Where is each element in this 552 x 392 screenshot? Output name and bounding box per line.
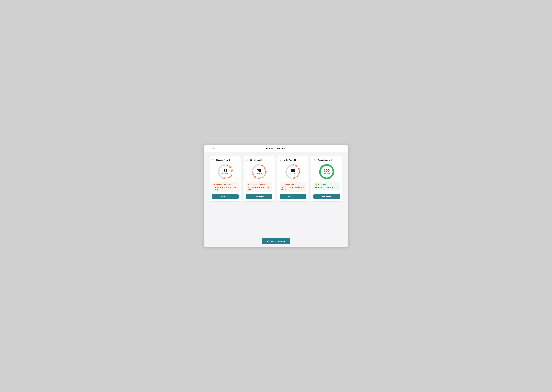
svg-rect-11: [246, 160, 247, 161]
score-label: Total score: [256, 173, 262, 175]
alert-text: Tip: Make sure you compress deep enough: [281, 186, 305, 191]
alert-title: ⬇ Compression depth: [214, 183, 237, 186]
back-label: Training: [209, 147, 216, 150]
manikin-icon: [212, 159, 215, 161]
switch-btn-label: Switch training: [270, 240, 285, 243]
svg-point-1: [212, 159, 213, 160]
card-header: Little Anne 03: [246, 159, 272, 161]
see-details-button[interactable]: See details: [246, 194, 272, 199]
footer: ⏱ Switch training: [204, 236, 348, 247]
score-value: 55: [223, 169, 227, 173]
card-littleanne05: Little Anne 05: [277, 156, 308, 202]
card-header: ResusciAnne 1: [212, 159, 238, 161]
cards-row: ResusciAnne 1: [208, 156, 344, 202]
card-name: Little Anne 05: [284, 159, 296, 161]
card-name: ResusciAnne 1: [216, 159, 230, 161]
main-content: ResusciAnne 1: [204, 152, 348, 236]
alert-box: ⬇ Compression depth Tip: Make sure you c…: [246, 182, 272, 192]
card-name: Little Anne 03: [250, 159, 262, 161]
card-header: Resusci Anne 4: [314, 159, 340, 161]
chevron-left-icon: ‹: [207, 147, 208, 150]
svg-rect-29: [314, 160, 314, 161]
score-value: 100: [324, 169, 329, 173]
donut-chart: 75 Total score: [251, 163, 267, 180]
see-details-button[interactable]: See details: [280, 194, 306, 199]
page-title: Results overview: [266, 147, 286, 150]
card-header: Little Anne 05: [280, 159, 306, 161]
alert-box: 🙂 Good job! Your performance was great: [314, 182, 340, 190]
see-details-button[interactable]: See details: [212, 194, 238, 199]
alert-title: ⬇ Compression depth: [247, 183, 271, 186]
svg-rect-20: [280, 160, 281, 161]
alert-text: Your performance was great: [315, 186, 338, 189]
score-value: 75: [257, 169, 261, 173]
manikin-icon: [280, 159, 283, 161]
score-value: 55: [291, 169, 295, 173]
score-label: Total score: [222, 173, 229, 175]
app-container: ‹ Training Results overview ResusciAnne …: [204, 145, 348, 247]
back-button[interactable]: ‹ Training: [207, 147, 216, 150]
card-name: Resusci Anne 4: [318, 159, 332, 161]
see-details-button[interactable]: See details: [314, 194, 340, 199]
alert-icon: ⬇: [281, 183, 283, 186]
alert-icon: ⬇: [247, 183, 249, 186]
card-resuscianne1: ResusciAnne 1: [210, 156, 241, 202]
alert-title: 🙂 Good job!: [315, 183, 338, 186]
alert-text: Tip: Make sure you compress deep enough: [247, 186, 271, 191]
alert-box: ⬇ Compression depth Tip: Make sure you c…: [212, 182, 238, 192]
svg-point-28: [314, 159, 315, 160]
svg-point-10: [246, 159, 247, 160]
alert-title: ⬇ Compression depth: [281, 183, 305, 186]
svg-rect-2: [213, 160, 213, 161]
alert-text: Tip: Make sure you compress deep enough: [214, 186, 237, 191]
manikin-icon: [246, 159, 249, 161]
donut-chart: 55 Total score: [285, 163, 301, 180]
score-label: Total score: [323, 173, 330, 175]
alert-icon: 🙂: [315, 183, 317, 186]
timer-icon: ⏱: [267, 240, 269, 243]
card-resuscianne4: Resusci Anne 4 100 Total score 🙂 Good jo…: [311, 156, 342, 202]
score-label: Total score: [290, 173, 296, 175]
manikin-icon: [314, 159, 317, 161]
svg-point-19: [280, 159, 281, 160]
alert-box: ⬇ Compression depth Tip: Make sure you c…: [280, 182, 306, 192]
donut-chart: 100 Total score: [318, 163, 335, 180]
switch-training-button[interactable]: ⏱ Switch training: [262, 238, 290, 245]
donut-chart: 55 Total score: [217, 163, 234, 180]
alert-icon: ⬇: [214, 183, 215, 186]
card-littleanne03: Little Anne 03: [244, 156, 275, 202]
header: ‹ Training Results overview: [204, 145, 348, 152]
